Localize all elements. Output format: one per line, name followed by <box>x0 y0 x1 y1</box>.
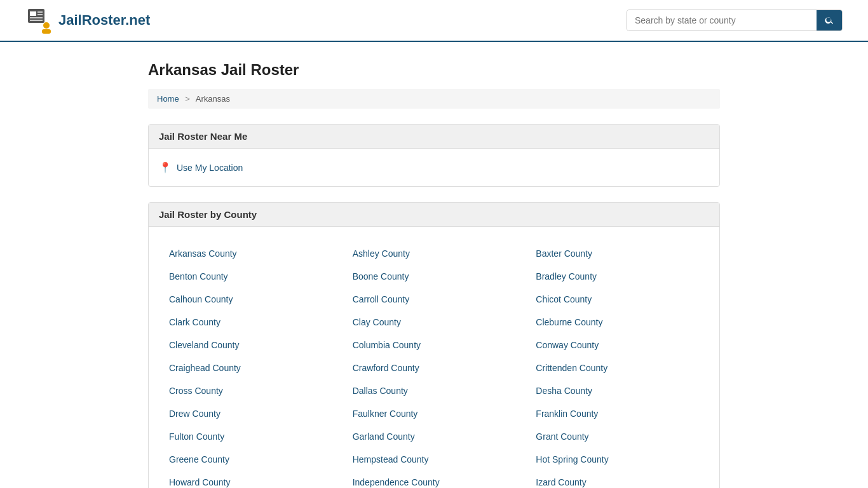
county-link[interactable]: Cleveland County <box>159 334 342 356</box>
logo-link[interactable]: JailRoster.net <box>25 6 150 34</box>
logo-text: JailRoster.net <box>58 12 150 29</box>
search-input[interactable] <box>627 10 817 30</box>
county-link[interactable]: Hempstead County <box>342 448 526 471</box>
county-link[interactable]: Clark County <box>159 311 342 334</box>
county-link[interactable]: Calhoun County <box>159 288 342 311</box>
breadcrumb-separator: > <box>185 94 190 104</box>
county-link[interactable]: Ashley County <box>342 242 526 265</box>
location-pin-icon: 📍 <box>159 161 172 173</box>
county-link[interactable]: Crittenden County <box>526 356 709 379</box>
use-my-location-label: Use My Location <box>177 163 243 173</box>
use-my-location-button[interactable]: 📍 Use My Location <box>159 159 243 176</box>
main-content: Arkansas Jail Roster Home > Arkansas Jai… <box>135 42 733 488</box>
search-area <box>627 10 843 31</box>
near-me-section-body: 📍 Use My Location <box>149 149 719 186</box>
county-link[interactable]: Bradley County <box>526 265 709 288</box>
county-section-header: Jail Roster by County <box>149 203 719 227</box>
county-link[interactable]: Arkansas County <box>159 242 342 265</box>
svg-rect-1 <box>30 11 36 16</box>
county-link[interactable]: Craighead County <box>159 356 342 379</box>
page-title: Arkansas Jail Roster <box>148 61 720 79</box>
county-link[interactable]: Clay County <box>342 311 526 334</box>
county-section: Jail Roster by County Arkansas CountyAsh… <box>148 202 720 488</box>
svg-point-6 <box>43 22 50 29</box>
county-link[interactable]: Fulton County <box>159 425 342 448</box>
search-button[interactable] <box>817 10 842 30</box>
svg-rect-7 <box>42 29 51 34</box>
county-link[interactable]: Crawford County <box>342 356 526 379</box>
county-link[interactable]: Grant County <box>526 425 709 448</box>
county-link[interactable]: Cleburne County <box>526 311 709 334</box>
county-link[interactable]: Faulkner County <box>342 402 526 425</box>
county-section-body: Arkansas CountyAshley CountyBaxter Count… <box>149 227 719 488</box>
county-link[interactable]: Desha County <box>526 379 709 402</box>
county-link[interactable]: Baxter County <box>526 242 709 265</box>
county-link[interactable]: Boone County <box>342 265 526 288</box>
county-link[interactable]: Franklin County <box>526 402 709 425</box>
breadcrumb: Home > Arkansas <box>148 89 720 109</box>
breadcrumb-home-link[interactable]: Home <box>157 94 179 104</box>
svg-rect-5 <box>30 20 43 21</box>
county-link[interactable]: Izard County <box>526 471 709 488</box>
svg-rect-3 <box>37 14 43 15</box>
county-link[interactable]: Conway County <box>526 334 709 356</box>
search-icon <box>824 15 834 25</box>
county-link[interactable]: Cross County <box>159 379 342 402</box>
near-me-section-header: Jail Roster Near Me <box>149 125 719 149</box>
county-link[interactable]: Independence County <box>342 471 526 488</box>
county-link[interactable]: Carroll County <box>342 288 526 311</box>
county-link[interactable]: Columbia County <box>342 334 526 356</box>
county-link[interactable]: Dallas County <box>342 379 526 402</box>
county-link[interactable]: Benton County <box>159 265 342 288</box>
county-link[interactable]: Howard County <box>159 471 342 488</box>
county-grid: Arkansas CountyAshley CountyBaxter Count… <box>159 237 709 488</box>
county-link[interactable]: Chicot County <box>526 288 709 311</box>
county-link[interactable]: Garland County <box>342 425 526 448</box>
site-header: JailRoster.net <box>0 0 868 42</box>
svg-rect-4 <box>30 17 43 18</box>
county-link[interactable]: Hot Spring County <box>526 448 709 471</box>
county-link[interactable]: Greene County <box>159 448 342 471</box>
logo-icon <box>25 6 53 34</box>
svg-rect-2 <box>37 11 43 13</box>
county-link[interactable]: Drew County <box>159 402 342 425</box>
breadcrumb-current: Arkansas <box>196 94 230 104</box>
near-me-section: Jail Roster Near Me 📍 Use My Location <box>148 124 720 187</box>
